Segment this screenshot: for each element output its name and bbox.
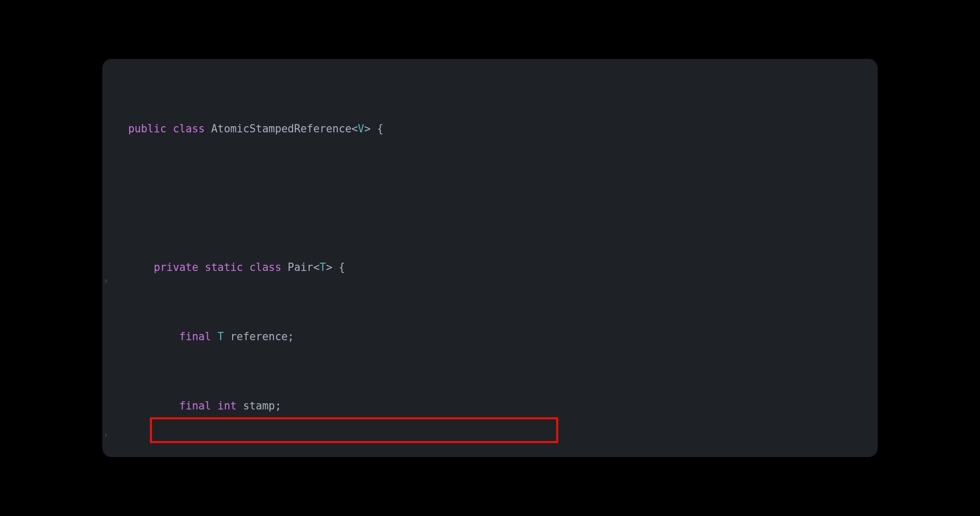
code-line: final T reference; — [102, 328, 878, 346]
code-line: public class AtomicStampedReference<V> { — [102, 120, 878, 138]
annotation-highlight-box — [150, 417, 558, 443]
code-line: private static class Pair<T> { — [102, 259, 878, 277]
code-line-blank — [102, 190, 878, 207]
code-line: final int stamp; — [102, 398, 878, 415]
code-editor-window: public class AtomicStampedReference<V> {… — [102, 59, 878, 457]
fold-caret-icon[interactable]: › — [103, 426, 109, 444]
code-area[interactable]: public class AtomicStampedReference<V> {… — [102, 59, 878, 457]
fold-caret-icon[interactable]: › — [103, 272, 109, 290]
